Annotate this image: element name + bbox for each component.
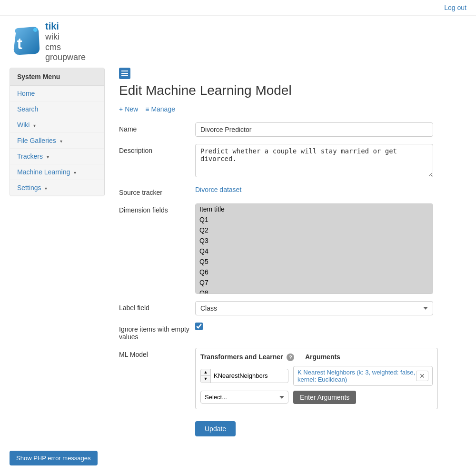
sidebar-item-trackers[interactable]: Trackers ▾: [10, 149, 104, 164]
dimension-option-q8[interactable]: Q8: [196, 288, 433, 294]
footer: Show PHP error messages: [10, 451, 98, 465]
source-tracker-label: Source tracker: [119, 186, 195, 196]
transformer-header: Transformers and Learner ?: [200, 353, 296, 361]
dimension-option-q4[interactable]: Q4: [196, 246, 433, 256]
name-input[interactable]: [195, 122, 433, 137]
stepper-down-button[interactable]: ▼: [201, 376, 210, 383]
svg-rect-3: [121, 73, 128, 74]
ml-transformer-row: ▲ ▼ K Nearest Neighbors (k: 3, weighted:…: [200, 366, 433, 386]
ml-add-row: Select... KNearestNeighbors LinearSVC Na…: [200, 391, 433, 404]
tiki-label: tiki: [45, 20, 86, 32]
sidebar-toggle-area: [119, 68, 462, 79]
logo-line-wiki: wiki: [45, 32, 86, 42]
sidebar-item-wiki[interactable]: Wiki ▾: [10, 117, 104, 133]
main-layout: System Menu Home Search Wiki ▾ File Gall…: [0, 68, 476, 444]
dimension-fields-select[interactable]: Item title Q1 Q2 Q3 Q4 Q5 Q6 Q7 Q8 Q9: [195, 203, 433, 294]
new-button[interactable]: + New: [119, 105, 138, 113]
ml-model-container: Transformers and Learner ? Arguments ▲ ▼: [195, 348, 438, 409]
dimension-fields-row: Dimension fields Item title Q1 Q2 Q3 Q4 …: [119, 203, 462, 294]
ml-arg-value: K Nearest Neighbors (k: 3, weighted: fal…: [293, 366, 433, 386]
wiki-arrow-icon: ▾: [33, 123, 36, 128]
ml-arg-text: K Nearest Neighbors (k: 3, weighted: fal…: [298, 369, 416, 383]
dimension-option-q3[interactable]: Q3: [196, 235, 433, 246]
sidebar-item-settings[interactable]: Settings ▾: [10, 180, 104, 196]
trackers-arrow-icon: ▾: [47, 154, 49, 160]
dimension-option-q6[interactable]: Q6: [196, 267, 433, 277]
ignore-control: [195, 323, 462, 332]
plus-icon: +: [119, 105, 123, 113]
description-row: Description Predict whether a couple wil…: [119, 144, 462, 179]
name-row: Name: [119, 122, 462, 137]
logo-container: t tiki wiki cms groupware: [10, 20, 466, 63]
source-tracker-control: Divorce dataset: [195, 186, 462, 193]
description-textarea[interactable]: Predict whether a couple will stay marri…: [195, 144, 433, 177]
stepper-up-button[interactable]: ▲: [201, 369, 210, 376]
label-field-select[interactable]: Class Item title Q1 Q2: [195, 301, 433, 315]
description-label: Description: [119, 144, 195, 154]
dimension-option-item-title[interactable]: Item title: [196, 204, 433, 214]
dimension-fields-control: Item title Q1 Q2 Q3 Q4 Q5 Q6 Q7 Q8 Q9: [195, 203, 462, 294]
transformer-value-input[interactable]: [211, 370, 288, 381]
action-bar: + New ≡ Manage: [119, 105, 462, 113]
content: Edit Machine Learning Model + New ≡ Mana…: [114, 68, 466, 444]
edit-form: Name Description Predict whether a coupl…: [119, 122, 462, 436]
logo-text: tiki wiki cms groupware: [45, 20, 86, 63]
page-title: Edit Machine Learning Model: [119, 83, 462, 98]
logo-line-cms: cms: [45, 42, 86, 53]
dimension-option-q5[interactable]: Q5: [196, 256, 433, 267]
sidebar-toggle-icon: [121, 71, 128, 76]
sidebar-item-home[interactable]: Home: [10, 86, 104, 101]
svg-rect-2: [121, 71, 128, 71]
description-control: Predict whether a couple will stay marri…: [195, 144, 462, 179]
dimension-fields-label: Dimension fields: [119, 203, 195, 214]
tiki-logo-icon: t: [10, 25, 43, 58]
update-row: Update: [119, 416, 462, 436]
logo-area: t tiki wiki cms groupware: [0, 16, 476, 68]
svg-rect-4: [121, 75, 128, 76]
arguments-header: Arguments: [305, 353, 433, 361]
file-galleries-arrow-icon: ▾: [60, 139, 62, 144]
ml-model-label: ML Model: [119, 348, 195, 358]
ignore-checkbox[interactable]: [195, 323, 203, 330]
php-error-button[interactable]: Show PHP error messages: [10, 451, 98, 465]
sidebar-item-machine-learning[interactable]: Machine Learning ▾: [10, 164, 104, 180]
ml-remove-button[interactable]: ✕: [416, 371, 428, 381]
stepper-buttons: ▲ ▼: [201, 369, 211, 383]
transformer-stepper[interactable]: ▲ ▼: [200, 369, 288, 383]
ignore-row: Ignore items with empty values: [119, 323, 462, 341]
manage-icon: ≡: [145, 105, 149, 113]
machine-learning-arrow-icon: ▾: [74, 170, 76, 175]
ml-model-control: Transformers and Learner ? Arguments ▲ ▼: [195, 348, 462, 409]
dimension-option-q7[interactable]: Q7: [196, 277, 433, 288]
ml-add-select[interactable]: Select... KNearestNeighbors LinearSVC Na…: [200, 391, 288, 404]
settings-arrow-icon: ▾: [45, 186, 47, 191]
sidebar-toggle-button[interactable]: [119, 68, 130, 79]
sidebar-title: System Menu: [10, 68, 104, 86]
sidebar-item-file-galleries[interactable]: File Galleries ▾: [10, 133, 104, 149]
svg-text:t: t: [17, 35, 22, 52]
dimension-option-q1[interactable]: Q1: [196, 214, 433, 225]
ml-model-header: Transformers and Learner ? Arguments: [200, 353, 433, 361]
logout-link[interactable]: Log out: [444, 4, 466, 11]
top-bar: Log out: [0, 0, 476, 16]
help-icon[interactable]: ?: [287, 354, 294, 361]
svg-point-1: [33, 28, 38, 32]
update-control: Update: [195, 416, 462, 436]
update-button[interactable]: Update: [195, 421, 236, 436]
label-field-control: Class Item title Q1 Q2: [195, 301, 462, 315]
sidebar: System Menu Home Search Wiki ▾ File Gall…: [10, 68, 105, 196]
label-field-row: Label field Class Item title Q1 Q2: [119, 301, 462, 315]
enter-args-button[interactable]: Enter Arguments: [293, 391, 356, 404]
source-tracker-link[interactable]: Divorce dataset: [195, 186, 241, 193]
logo-line-groupware: groupware: [45, 52, 86, 63]
source-tracker-row: Source tracker Divorce dataset: [119, 186, 462, 196]
manage-button[interactable]: ≡ Manage: [145, 105, 175, 113]
dimension-option-q2[interactable]: Q2: [196, 225, 433, 235]
ignore-label: Ignore items with empty values: [119, 323, 195, 341]
update-label-spacer: [119, 416, 195, 419]
sidebar-item-search[interactable]: Search: [10, 101, 104, 117]
name-label: Name: [119, 122, 195, 133]
name-control: [195, 122, 462, 137]
ml-model-row: ML Model Transformers and Learner ? Argu…: [119, 348, 462, 409]
label-field-label: Label field: [119, 301, 195, 312]
